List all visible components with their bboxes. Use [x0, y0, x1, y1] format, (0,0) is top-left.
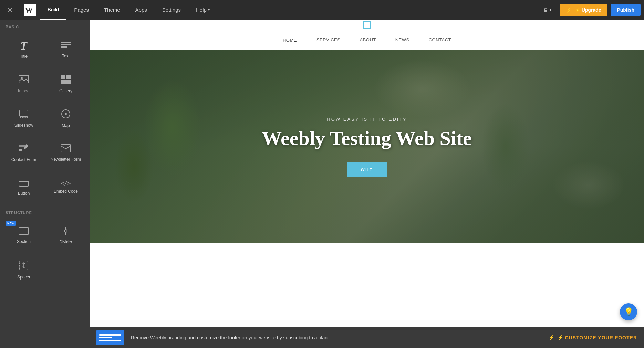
sidebar-item-title[interactable]: T Title — [3, 32, 45, 67]
site-logo-circle — [363, 21, 371, 29]
sidebar-item-map[interactable]: Map — [45, 101, 87, 136]
footer-message: Remove Weebly branding and customize the… — [131, 335, 541, 340]
sidebar-item-label: Contact Form — [11, 157, 37, 162]
sidebar-item-label: Section — [17, 239, 31, 244]
lightning-icon-footer: ⚡ — [548, 335, 554, 340]
nav-item-home[interactable]: HOME — [273, 34, 307, 46]
sidebar-item-label: Text — [62, 54, 70, 59]
sidebar-item-embed-code[interactable]: </> Embed Code — [45, 170, 87, 204]
left-sidebar: BASIC T Title Text — [0, 20, 90, 348]
newsletter-form-icon — [61, 144, 71, 154]
svg-point-13 — [22, 117, 23, 118]
tab-help[interactable]: Help ▾ — [188, 0, 217, 20]
sidebar-item-label: Button — [18, 191, 30, 196]
basic-section-label: BASIC — [0, 20, 90, 31]
close-button[interactable]: ✕ — [0, 0, 20, 20]
nav-tabs: Build Pages Theme Apps Settings Help ▾ — [40, 0, 217, 20]
map-icon — [61, 109, 71, 120]
svg-point-14 — [24, 117, 25, 118]
tab-pages[interactable]: Pages — [66, 0, 96, 20]
sidebar-item-text[interactable]: Text — [45, 32, 87, 67]
sidebar-item-label: Spacer — [17, 275, 30, 280]
top-navigation: ✕ W Build Pages Theme Apps Settings Help… — [0, 0, 644, 20]
sidebar-item-section[interactable]: NEW Section — [3, 218, 45, 253]
sidebar-item-slideshow[interactable]: Slideshow — [3, 101, 45, 136]
embed-code-icon: </> — [61, 181, 71, 186]
new-badge: NEW — [6, 221, 16, 226]
sidebar-item-label: Image — [18, 88, 29, 93]
upgrade-label: ⚡ Upgrade — [574, 7, 601, 13]
upgrade-button[interactable]: ⚡ ⚡ Upgrade — [560, 4, 607, 16]
sidebar-item-spacer[interactable]: Spacer — [3, 253, 45, 287]
tab-settings[interactable]: Settings — [155, 0, 188, 20]
spacer-icon — [19, 261, 28, 272]
svg-point-16 — [27, 117, 28, 118]
site-nav: HOME SERVICES ABOUT NEWS CONTACT — [90, 30, 644, 50]
sidebar-item-contact-form[interactable]: Contact Form — [3, 136, 45, 170]
divider-icon — [61, 227, 71, 237]
sidebar-item-divider[interactable]: Divider — [45, 218, 87, 253]
svg-rect-24 — [19, 181, 29, 186]
image-icon — [19, 75, 29, 86]
main-content: HOME SERVICES ABOUT NEWS CONTACT — [90, 20, 644, 348]
footer-preview-line-3 — [99, 340, 121, 341]
weebly-logo: W — [20, 0, 40, 20]
hero-button[interactable]: WHY — [347, 162, 387, 177]
svg-point-12 — [20, 117, 21, 118]
nav-menu-items: HOME SERVICES ABOUT NEWS CONTACT — [273, 34, 461, 46]
sidebar-item-label: Map — [62, 123, 70, 128]
tab-build[interactable]: Build — [40, 0, 66, 20]
footer-preview-line-2 — [99, 337, 112, 338]
close-icon: ✕ — [7, 6, 13, 14]
sidebar-item-label: Divider — [59, 240, 72, 244]
lightbulb-icon: 💡 — [624, 307, 633, 316]
footer-bar: Remove Weebly branding and customize the… — [90, 327, 644, 348]
nav-line-right — [461, 40, 630, 40]
nav-item-news[interactable]: NEWS — [386, 34, 419, 46]
svg-rect-5 — [19, 75, 29, 83]
text-icon — [61, 41, 71, 51]
sidebar-item-newsletter-form[interactable]: Newsletter Form — [45, 136, 87, 170]
tab-theme[interactable]: Theme — [96, 0, 128, 20]
nav-item-about[interactable]: ABOUT — [350, 34, 385, 46]
tab-apps[interactable]: Apps — [128, 0, 155, 20]
section-icon — [19, 227, 29, 236]
hero-section: HOW EASY IS IT TO EDIT? Weebly Testing W… — [90, 50, 644, 243]
preview-area: HOME SERVICES ABOUT NEWS CONTACT — [90, 20, 644, 327]
svg-rect-22 — [19, 149, 22, 151]
nav-item-services[interactable]: SERVICES — [307, 34, 350, 46]
lightning-icon: ⚡ — [566, 7, 572, 13]
customize-footer-label: ⚡ CUSTOMIZE YOUR FOOTER — [557, 335, 637, 340]
sidebar-item-label: Gallery — [59, 88, 72, 93]
publish-button[interactable]: Publish — [611, 4, 641, 16]
device-selector[interactable]: 🖥 ▾ — [539, 4, 556, 16]
svg-rect-2 — [61, 42, 71, 43]
sidebar-item-label: Newsletter Form — [51, 157, 81, 162]
slideshow-icon — [18, 109, 29, 120]
sidebar-item-gallery[interactable]: Gallery — [45, 67, 87, 101]
nav-line-left — [103, 40, 273, 40]
svg-text:W: W — [25, 6, 33, 14]
site-menu: HOME SERVICES ABOUT NEWS CONTACT — [90, 34, 644, 46]
svg-point-19 — [65, 114, 66, 114]
footer-preview-line-1 — [99, 334, 121, 336]
nav-item-contact[interactable]: CONTACT — [419, 34, 461, 46]
sidebar-item-label: Embed Code — [54, 189, 78, 194]
nav-right-controls: 🖥 ▾ ⚡ ⚡ Upgrade Publish — [539, 4, 644, 16]
customize-footer-button[interactable]: ⚡ ⚡ CUSTOMIZE YOUR FOOTER — [548, 335, 637, 340]
sidebar-item-image[interactable]: Image — [3, 67, 45, 101]
button-icon — [19, 179, 29, 188]
hero-content: HOW EASY IS IT TO EDIT? Weebly Testing W… — [90, 50, 644, 243]
help-fab-button[interactable]: 💡 — [620, 303, 637, 320]
svg-rect-7 — [61, 75, 65, 79]
structure-items-grid: NEW Section Divider — [0, 217, 90, 288]
hero-title: Weebly Testing Web Site — [262, 127, 472, 149]
sidebar-item-label: Title — [20, 54, 28, 59]
svg-rect-20 — [19, 144, 26, 145]
svg-rect-4 — [61, 46, 67, 48]
publish-label: Publish — [617, 7, 634, 13]
sidebar-item-button[interactable]: Button — [3, 170, 45, 204]
svg-rect-8 — [66, 75, 71, 79]
hero-subtitle: HOW EASY IS IT TO EDIT? — [327, 117, 406, 122]
contact-form-icon — [19, 144, 29, 155]
